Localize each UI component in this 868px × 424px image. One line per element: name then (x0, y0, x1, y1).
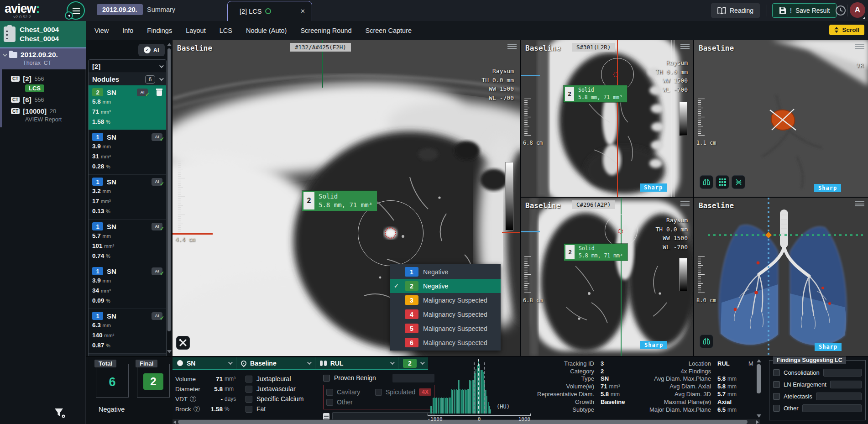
avatar[interactable]: A (850, 2, 865, 18)
viewport-vr[interactable]: Baseline VR 1.1 cm Sharp L A F (694, 40, 868, 197)
help-icon[interactable] (193, 406, 200, 412)
fat-checkbox[interactable] (246, 406, 252, 413)
menu-item-layout[interactable]: Layout (186, 27, 206, 34)
category-option-5[interactable]: 5Malignancy Suspected (390, 321, 501, 335)
scrollbar-thumb[interactable] (178, 420, 748, 424)
category-option-4[interactable]: 4Malignancy Suspected (390, 307, 501, 321)
scroll-up-icon[interactable] (757, 359, 761, 362)
lung-view-button[interactable] (700, 335, 713, 348)
viewport-coronal[interactable]: Baseline C#296(A2P) Raysum TH 0.0 mm WW … (521, 198, 693, 356)
category-option-1[interactable]: 1Negative (390, 265, 501, 279)
category-option-2[interactable]: 2Negative (390, 279, 501, 293)
atelectasis-checkbox[interactable] (773, 393, 780, 400)
nodule-card-3[interactable]: 1SNAI3.2 mm17 mm³0.13 % (89, 174, 166, 219)
type-select[interactable]: SN (173, 357, 236, 369)
lung-view-button[interactable] (700, 175, 713, 189)
sharp-filter-badge[interactable]: Sharp (640, 341, 667, 349)
scroll-mode-button[interactable]: Scroll (829, 25, 864, 35)
nodule-annotation-label[interactable]: 2 Solid 5.8 mm, 71 mm³ (302, 191, 377, 211)
attribute-specific-calcium[interactable]: Specific Calcium (246, 394, 319, 404)
nodule-card-2[interactable]: 1SNAI3.9 mm31 mm³0.28 % (89, 130, 166, 174)
scroll-left-icon[interactable] (173, 420, 176, 424)
help-icon[interactable] (190, 396, 196, 402)
delete-icon[interactable] (156, 89, 162, 96)
tab-summary[interactable]: Summary (147, 6, 175, 13)
category-option-3[interactable]: 3Malignancy Suspected (390, 293, 501, 307)
ln-enlargement-checkbox[interactable] (773, 381, 780, 388)
juxtavascular-checkbox[interactable] (246, 386, 252, 393)
atelectasis-input[interactable] (816, 393, 862, 400)
menu-item-nodule-auto[interactable]: Nodule (Auto) (246, 27, 287, 34)
attribute-juxtapleural[interactable]: Juxtapleural (246, 374, 319, 384)
nodule-card-6[interactable]: 1SNAI6.3 mm140 mm³0.87 % (89, 309, 166, 353)
ai-toggle-button[interactable]: AI (138, 44, 165, 56)
location-select[interactable]: RUL (315, 357, 398, 369)
menu-item-screening-round[interactable]: Screening Round (300, 27, 351, 34)
menu-item-lcs[interactable]: LCS (220, 27, 232, 34)
sharp-filter-badge[interactable]: Sharp (640, 183, 667, 192)
panel-menu-icon[interactable] (855, 44, 864, 50)
category-select[interactable]: 2 (398, 357, 428, 369)
sharp-filter-badge[interactable]: Sharp (815, 343, 842, 351)
series-group-header[interactable]: [2] (89, 60, 166, 73)
menu-item-info[interactable]: Info (122, 27, 133, 34)
patient-card[interactable]: Chest_0004 Chest_0004 (0, 21, 86, 47)
series-item-3[interactable]: CT[10000]20AVIEW Report (2, 105, 86, 125)
juxtapleural-checkbox[interactable] (246, 376, 252, 382)
category-option-6[interactable]: 6Malignancy Suspected (390, 335, 501, 350)
scrollbar-thumb[interactable] (757, 364, 761, 393)
close-icon[interactable] (300, 8, 305, 15)
nodule-card-4[interactable]: 1SNAI5.7 mm101 mm³0.74 % (89, 219, 166, 264)
scroll-up-icon[interactable] (167, 43, 172, 46)
nodule-card-5[interactable]: 1SNAI3.9 mm34 mm³0.09 % (89, 264, 166, 309)
nodule-annotation-label[interactable]: 2 Solid 5.8 mm, 71 mm³ (564, 85, 627, 102)
scroll-right-icon[interactable] (756, 420, 759, 424)
other-input[interactable] (802, 404, 862, 412)
scroll-down-icon[interactable] (167, 350, 172, 353)
worklist-icon[interactable]: ◂ (67, 1, 85, 20)
tools-button[interactable] (176, 336, 190, 350)
reading-button[interactable]: Reading (711, 3, 760, 18)
filter-settings-icon[interactable] (54, 408, 66, 418)
series-item-2[interactable]: CT[6]556 (2, 94, 86, 105)
consolidation-input[interactable] (823, 369, 862, 377)
finding-other[interactable]: Other (773, 403, 862, 414)
tab-lcs-active[interactable]: [2] LCS (227, 1, 312, 21)
viewport-3d-lungs[interactable]: Baseline 8.0 cm Sharp H A L (694, 198, 868, 356)
phase-select[interactable]: Baseline (236, 357, 315, 369)
crop-view-button[interactable] (732, 175, 745, 189)
finding-atelectasis[interactable]: Atelectasis (773, 391, 862, 402)
nodule-annotation-label[interactable]: 2 Solid 5.8 mm, 71 mm³ (564, 244, 627, 261)
scrollbar-thumb[interactable] (167, 48, 171, 331)
menu-item-findings[interactable]: Findings (147, 27, 172, 34)
sharp-filter-badge[interactable]: Sharp (814, 184, 841, 192)
window-gradient-bar[interactable] (505, 162, 513, 230)
ln-enlargement-input[interactable] (830, 381, 862, 388)
history-clock-icon[interactable] (835, 5, 846, 16)
detail-horizontal-scrollbar[interactable] (173, 419, 760, 424)
cavitary-checkbox[interactable] (326, 389, 333, 396)
grid-view-button[interactable] (716, 175, 729, 189)
specific-calcium-checkbox[interactable] (246, 396, 252, 403)
window-gradient-bar[interactable] (679, 102, 687, 136)
viewport-sagittal[interactable]: Baseline S#301(L2R) Raysum TH 0.0 mm WW … (521, 40, 693, 197)
study-row[interactable]: 2012.09.20. Thorax_CT (0, 48, 86, 69)
scroll-down-icon[interactable] (757, 414, 761, 418)
series-item-1[interactable]: CT[2]556LCS (2, 73, 86, 94)
window-gradient-bar[interactable] (679, 258, 687, 291)
proven-benign-row[interactable]: Proven Benign (323, 373, 434, 383)
attribute-fat[interactable]: Fat (246, 404, 319, 414)
nodules-section-header[interactable]: Nodules 6 (89, 73, 166, 85)
panel-menu-icon[interactable] (507, 44, 517, 50)
panel-menu-icon[interactable] (680, 44, 690, 50)
consolidation-checkbox[interactable] (773, 369, 780, 376)
save-result-button[interactable]: ! Save Result (772, 3, 837, 18)
nodule-card-1[interactable]: 2SNAI5.8 mm71 mm³1.58 % (89, 85, 166, 130)
panel-menu-icon[interactable] (855, 201, 864, 207)
attribute-juxtavascular[interactable]: Juxtavascular (246, 384, 319, 394)
menu-item-screen-capture[interactable]: Screen Capture (365, 27, 412, 34)
nodule-scrollbar[interactable] (167, 43, 171, 353)
tab-study-date[interactable]: 2012.09.20. (97, 4, 143, 15)
menu-item-view[interactable]: View (94, 27, 109, 34)
spiculated-checkbox[interactable] (375, 389, 382, 396)
